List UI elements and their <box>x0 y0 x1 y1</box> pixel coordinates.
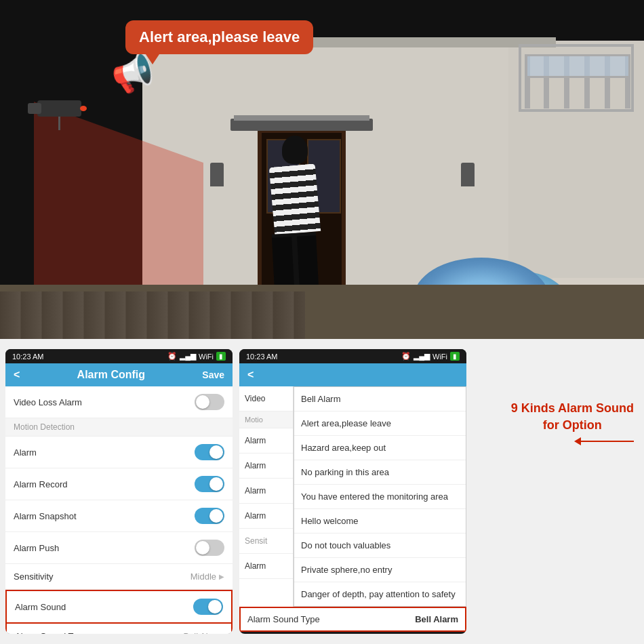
trunc-row-sensit: Sensit <box>239 529 293 554</box>
battery-icon-right: ▮ <box>450 352 460 361</box>
right-phone-panel: 10:23 AM ⏰ ▂▄▆ WiFi ▮ < Video Motio Alar… <box>239 349 466 634</box>
video-loss-row[interactable]: Video Loss Alarm <box>5 386 233 418</box>
video-loss-toggle[interactable] <box>195 394 224 410</box>
trunc-row-alarm4: Alarm <box>239 504 293 529</box>
arrow-container <box>511 441 634 442</box>
time-left: 10:23 AM <box>12 353 43 361</box>
motion-detection-title: Motion Detection <box>14 422 75 432</box>
status-bar-left: 10:23 AM ⏰ ▂▄▆ WiFi ▮ <box>5 349 233 363</box>
alarm-toggle[interactable] <box>195 444 224 460</box>
status-icons-left: ⏰ ▂▄▆ WiFi ▮ <box>167 352 226 361</box>
alarm-snapshot-label: Alarm Snapshot <box>14 511 77 521</box>
alert-bubble: Alert area,please leave <box>125 20 313 54</box>
bottom-section: 10:23 AM ⏰ ▂▄▆ WiFi ▮ < Alarm Config Sav… <box>0 339 644 644</box>
alarm-sound-type-bottom-row[interactable]: Alarm Sound Type Bell Alarm <box>239 607 466 632</box>
alarm-sound-row[interactable]: Alarm Sound <box>5 590 233 624</box>
motion-detection-header: Motion Detection <box>5 418 233 437</box>
settings-list-left: Video Loss Alarm Motion Detection Alarm … <box>5 386 233 634</box>
dropdown-item-3[interactable]: Hazard area,keep out <box>294 436 466 460</box>
alarm-label: Alarm <box>14 447 37 458</box>
alarm-sound-type-label: Alarm Sound Type <box>15 631 87 634</box>
signal-icon: ▂▄▆ <box>180 352 196 361</box>
trunc-row-1: Video <box>239 386 293 411</box>
dropdown-item-1[interactable]: Bell Alarm <box>294 387 466 411</box>
wifi-icon: WiFi <box>199 353 214 361</box>
back-button-left[interactable]: < <box>14 369 20 381</box>
alarm-push-toggle[interactable] <box>195 540 224 556</box>
dropdown-item-7[interactable]: Do not touch valuables <box>294 534 466 558</box>
alarm-push-label: Alarm Push <box>14 543 59 553</box>
trunc-row-motio: Motio <box>239 411 293 428</box>
save-button-left[interactable]: Save <box>202 369 224 380</box>
sensitivity-row[interactable]: Sensitivity Middle ▶ <box>5 564 233 590</box>
bottom-row-label: Alarm Sound Type <box>247 614 320 624</box>
status-icons-right: ⏰ ▂▄▆ WiFi ▮ <box>401 352 460 361</box>
alarm-sound-type-value: Bell Alarm <box>183 631 223 634</box>
alarm-record-toggle[interactable] <box>195 476 224 492</box>
truncated-settings: Video Motio Alarm Alarm Alarm Alarm Sens… <box>239 386 294 607</box>
alarm-icon: ⏰ <box>167 352 177 361</box>
signal-icon-right: ▂▄▆ <box>414 352 430 361</box>
alarm-icon-right: ⏰ <box>401 352 411 361</box>
dropdown-item-9[interactable]: Danger of depth, pay attention to safety <box>294 582 466 606</box>
dropdown-menu: Bell Alarm Alert area,please leave Hazar… <box>294 386 466 607</box>
arrow-line <box>580 441 634 442</box>
left-phone-panel: 10:23 AM ⏰ ▂▄▆ WiFi ▮ < Alarm Config Sav… <box>5 349 233 634</box>
sensitivity-value: Middle <box>190 571 216 582</box>
sensitivity-label: Sensitivity <box>14 571 54 582</box>
hero-image: 📢 Alert area,please leave <box>0 0 644 339</box>
time-right: 10:23 AM <box>246 353 277 361</box>
alarm-sound-label: Alarm Sound <box>15 602 66 612</box>
right-panel-content: Video Motio Alarm Alarm Alarm Alarm Sens… <box>239 386 466 607</box>
trunc-row-alarm1: Alarm <box>239 428 293 454</box>
side-label: 9 Kinds Alarm Sound for Option <box>511 400 634 434</box>
header-right: < <box>239 363 466 386</box>
alarm-record-label: Alarm Record <box>14 479 67 489</box>
dropdown-item-6[interactable]: Hello welcome <box>294 509 466 534</box>
header-title-left: Alarm Config <box>77 369 145 381</box>
alarm-sound-type-row[interactable]: Alarm Sound Type Bell Alarm <box>5 624 233 634</box>
header-left: < Alarm Config Save <box>5 363 233 386</box>
sensitivity-chevron: ▶ <box>219 573 224 580</box>
alarm-snapshot-toggle[interactable] <box>195 508 224 524</box>
battery-icon: ▮ <box>216 352 226 361</box>
alarm-row[interactable]: Alarm <box>5 437 233 468</box>
side-label-container: 9 Kinds Alarm Sound for Option <box>511 400 634 442</box>
dropdown-item-5[interactable]: You have entered the monitoring area <box>294 485 466 509</box>
trunc-row-alarm2: Alarm <box>239 454 293 479</box>
status-bar-right: 10:23 AM ⏰ ▂▄▆ WiFi ▮ <box>239 349 466 363</box>
bottom-row-value: Bell Alarm <box>415 614 458 624</box>
alarm-sound-toggle[interactable] <box>193 599 223 615</box>
trunc-row-alarm3: Alarm <box>239 479 293 504</box>
video-loss-label: Video Loss Alarm <box>14 397 82 407</box>
alarm-snapshot-row[interactable]: Alarm Snapshot <box>5 500 233 532</box>
back-button-right[interactable]: < <box>247 369 254 381</box>
dropdown-item-8[interactable]: Private sphere,no entry <box>294 558 466 582</box>
trunc-row-alarm5: Alarm <box>239 554 293 579</box>
wifi-icon-right: WiFi <box>432 353 447 361</box>
dropdown-item-2[interactable]: Alert area,please leave <box>294 411 466 436</box>
dropdown-item-4[interactable]: No parking in this area <box>294 460 466 485</box>
arrow-head <box>574 437 581 445</box>
alarm-record-row[interactable]: Alarm Record <box>5 468 233 500</box>
alarm-push-row[interactable]: Alarm Push <box>5 532 233 564</box>
